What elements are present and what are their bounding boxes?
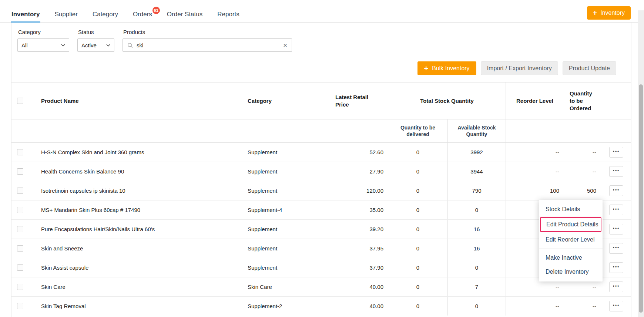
- row-actions-button[interactable]: •••: [609, 205, 623, 215]
- latest-retail-price-cell: 120.00: [326, 181, 388, 200]
- menu-item-stock-details[interactable]: Stock Details: [539, 202, 603, 216]
- product-name-cell: H-S-N Complex Skin and Joint 360 grams: [36, 143, 245, 162]
- row-checkbox[interactable]: [17, 245, 23, 252]
- table-row: Skin CareSkin Care40.0007----•••: [11, 277, 631, 296]
- column-header-reorder-level: Reorder Level: [506, 82, 564, 119]
- latest-retail-price-cell: 35.00: [326, 200, 388, 219]
- reorder-level-cell: --: [506, 297, 564, 316]
- product-name-cell: Isotretinoin capsules ip skinista 10: [36, 181, 245, 200]
- latest-retail-price-cell: 37.95: [326, 239, 388, 258]
- add-inventory-button[interactable]: + Inventory: [587, 6, 631, 20]
- ellipsis-icon: •••: [613, 149, 620, 154]
- import-export-button[interactable]: Import / Export Inventory: [481, 61, 558, 75]
- ellipsis-icon: •••: [613, 284, 620, 289]
- plus-icon: +: [593, 9, 597, 17]
- row-actions-cell: •••: [601, 143, 632, 162]
- reorder-level-cell: --: [506, 162, 564, 181]
- ellipsis-icon: •••: [613, 188, 620, 193]
- nav-tab-inventory[interactable]: Inventory: [11, 4, 40, 23]
- available-stock-quantity-cell: 7: [447, 277, 506, 296]
- menu-item-delete-inventory[interactable]: Delete Inventory: [539, 265, 603, 279]
- menu-item-make-inactive[interactable]: Make Inactive: [539, 251, 603, 265]
- scrollbar-thumb[interactable]: [639, 84, 643, 313]
- table-row: MS+ Mandarin Skin Plus 60cap # 17490Supp…: [11, 200, 631, 219]
- nav-tab-orders[interactable]: Orders61: [133, 4, 152, 23]
- row-checkbox[interactable]: [17, 264, 23, 271]
- ellipsis-icon: •••: [613, 245, 620, 250]
- clear-search-icon[interactable]: ×: [283, 42, 287, 49]
- available-stock-quantity-cell: 0: [447, 258, 506, 277]
- row-checkbox[interactable]: [17, 303, 23, 309]
- plus-icon: +: [424, 65, 429, 72]
- row-checkbox[interactable]: [17, 188, 23, 194]
- latest-retail-price-cell: 40.00: [326, 297, 388, 316]
- nav-tab-order-status[interactable]: Order Status: [167, 4, 203, 23]
- row-checkbox-cell: [11, 143, 36, 162]
- category-cell: Supplement-4: [245, 200, 326, 219]
- available-stock-quantity-cell: 16: [447, 220, 506, 239]
- category-select[interactable]: All: [17, 38, 69, 52]
- chevron-down-icon: [61, 44, 65, 47]
- status-select-value: Active: [81, 42, 97, 48]
- column-header-quantity-to-be-ordered: Quantity to be Ordered: [564, 82, 601, 119]
- product-name-cell: Skin and Sneeze: [36, 239, 245, 258]
- row-checkbox[interactable]: [17, 226, 23, 232]
- row-actions-cell: •••: [601, 181, 632, 200]
- row-actions-button[interactable]: •••: [609, 281, 623, 292]
- product-update-button[interactable]: Product Update: [563, 61, 616, 75]
- row-actions-cell: •••: [601, 239, 632, 258]
- status-select[interactable]: Active: [77, 38, 114, 52]
- select-all-checkbox[interactable]: [17, 98, 23, 104]
- row-checkbox[interactable]: [17, 168, 23, 175]
- filter-bar: Category All Status Active Products ski …: [11, 23, 631, 59]
- quantity-to-be-ordered-cell: 500: [564, 181, 601, 200]
- product-name-cell: Skin Assist capsule: [36, 258, 245, 277]
- reorder-level-cell: --: [506, 143, 564, 162]
- row-checkbox-cell: [11, 258, 36, 277]
- category-cell: Supplement: [245, 239, 326, 258]
- bulk-inventory-button[interactable]: + Bulk Inventory: [417, 61, 476, 75]
- table-row: Skin Assist capsuleSupplement37.9000•••: [11, 258, 631, 277]
- row-checkbox[interactable]: [17, 284, 23, 290]
- nav-tab-supplier[interactable]: Supplier: [54, 4, 78, 23]
- latest-retail-price-cell: 52.60: [326, 143, 388, 162]
- row-actions-button[interactable]: •••: [609, 166, 623, 177]
- menu-item-edit-reorder-level[interactable]: Edit Reorder Level: [539, 233, 603, 247]
- product-name-cell: MS+ Mandarin Skin Plus 60cap # 17490: [36, 200, 245, 219]
- quantity-to-be-delivered-cell: 0: [388, 297, 447, 316]
- menu-item-edit-product-details[interactable]: Edit Product Details: [540, 217, 601, 232]
- quantity-to-be-delivered-cell: 0: [388, 143, 447, 162]
- nav-tab-label: Category: [93, 11, 118, 18]
- row-actions-button[interactable]: •••: [609, 262, 623, 273]
- product-name-cell: Pure Encapsulations Hair/Skin/Nails Ultr…: [36, 220, 245, 239]
- column-header-category: Category: [245, 82, 326, 119]
- latest-retail-price-cell: 39.20: [326, 220, 388, 239]
- table-subheader: Quantity to be delivered Available Stock…: [11, 119, 631, 142]
- row-actions-button[interactable]: •••: [609, 224, 623, 235]
- available-stock-quantity-cell: 3944: [447, 162, 506, 181]
- row-actions-cell: •••: [601, 220, 632, 239]
- available-stock-quantity-cell: 790: [447, 181, 506, 200]
- row-actions-button[interactable]: •••: [609, 147, 623, 158]
- status-filter-label: Status: [78, 29, 94, 35]
- table-row: Isotretinoin capsules ip skinista 10Supp…: [11, 181, 631, 200]
- row-actions-button[interactable]: •••: [609, 243, 623, 254]
- category-cell: Supplement-2: [245, 297, 326, 316]
- row-actions-cell: •••: [601, 258, 632, 277]
- scrollbar-track[interactable]: [638, 10, 644, 317]
- latest-retail-price-cell: 40.00: [326, 277, 388, 296]
- row-checkbox-cell: [11, 277, 36, 296]
- table-row: Pure Encapsulations Hair/Skin/Nails Ultr…: [11, 219, 631, 239]
- nav-tab-reports[interactable]: Reports: [217, 4, 240, 23]
- product-search-input[interactable]: ski ×: [123, 38, 292, 52]
- category-select-value: All: [21, 42, 28, 48]
- quantity-to-be-delivered-cell: 0: [388, 258, 447, 277]
- row-checkbox[interactable]: [17, 207, 23, 213]
- nav-tab-category[interactable]: Category: [92, 4, 118, 23]
- reorder-level-cell: 100: [506, 181, 564, 200]
- row-actions-button[interactable]: •••: [609, 301, 623, 311]
- row-checkbox-cell: [11, 181, 36, 200]
- row-checkbox[interactable]: [17, 149, 23, 155]
- add-inventory-label: Inventory: [600, 10, 625, 16]
- row-actions-button[interactable]: •••: [609, 185, 623, 196]
